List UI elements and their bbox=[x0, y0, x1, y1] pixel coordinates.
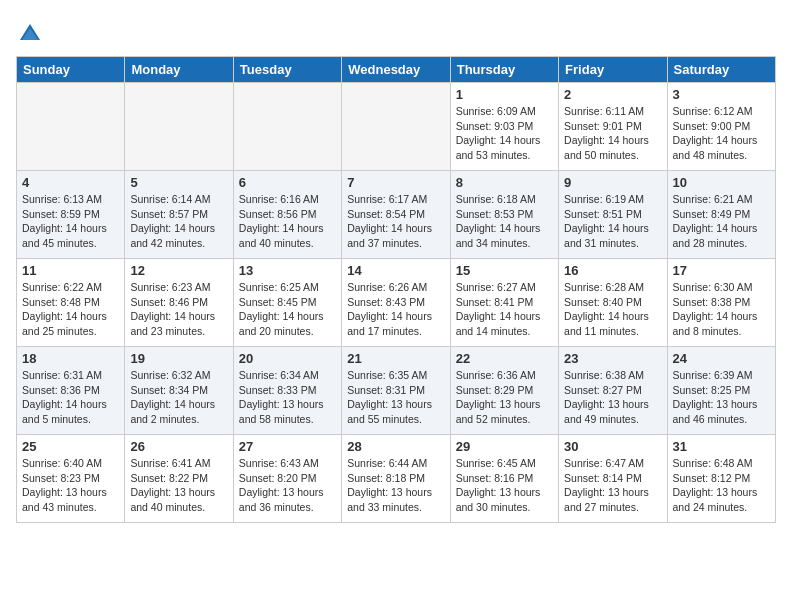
day-number: 10 bbox=[673, 175, 770, 190]
calendar-cell: 2Sunrise: 6:11 AM Sunset: 9:01 PM Daylig… bbox=[559, 83, 667, 171]
calendar-week-3: 11Sunrise: 6:22 AM Sunset: 8:48 PM Dayli… bbox=[17, 259, 776, 347]
day-info: Sunrise: 6:34 AM Sunset: 8:33 PM Dayligh… bbox=[239, 368, 336, 427]
day-info: Sunrise: 6:41 AM Sunset: 8:22 PM Dayligh… bbox=[130, 456, 227, 515]
calendar-week-2: 4Sunrise: 6:13 AM Sunset: 8:59 PM Daylig… bbox=[17, 171, 776, 259]
calendar-cell: 12Sunrise: 6:23 AM Sunset: 8:46 PM Dayli… bbox=[125, 259, 233, 347]
day-info: Sunrise: 6:12 AM Sunset: 9:00 PM Dayligh… bbox=[673, 104, 770, 163]
day-info: Sunrise: 6:35 AM Sunset: 8:31 PM Dayligh… bbox=[347, 368, 444, 427]
day-number: 14 bbox=[347, 263, 444, 278]
day-number: 18 bbox=[22, 351, 119, 366]
day-number: 1 bbox=[456, 87, 553, 102]
calendar-cell: 3Sunrise: 6:12 AM Sunset: 9:00 PM Daylig… bbox=[667, 83, 775, 171]
day-number: 22 bbox=[456, 351, 553, 366]
calendar-cell: 13Sunrise: 6:25 AM Sunset: 8:45 PM Dayli… bbox=[233, 259, 341, 347]
day-info: Sunrise: 6:36 AM Sunset: 8:29 PM Dayligh… bbox=[456, 368, 553, 427]
day-info: Sunrise: 6:18 AM Sunset: 8:53 PM Dayligh… bbox=[456, 192, 553, 251]
day-number: 9 bbox=[564, 175, 661, 190]
day-info: Sunrise: 6:39 AM Sunset: 8:25 PM Dayligh… bbox=[673, 368, 770, 427]
calendar-cell: 22Sunrise: 6:36 AM Sunset: 8:29 PM Dayli… bbox=[450, 347, 558, 435]
logo bbox=[16, 20, 48, 48]
calendar-cell: 8Sunrise: 6:18 AM Sunset: 8:53 PM Daylig… bbox=[450, 171, 558, 259]
day-number: 11 bbox=[22, 263, 119, 278]
day-number: 2 bbox=[564, 87, 661, 102]
day-info: Sunrise: 6:26 AM Sunset: 8:43 PM Dayligh… bbox=[347, 280, 444, 339]
header-day-sunday: Sunday bbox=[17, 57, 125, 83]
calendar-cell: 18Sunrise: 6:31 AM Sunset: 8:36 PM Dayli… bbox=[17, 347, 125, 435]
calendar-cell: 6Sunrise: 6:16 AM Sunset: 8:56 PM Daylig… bbox=[233, 171, 341, 259]
day-number: 7 bbox=[347, 175, 444, 190]
calendar-cell: 31Sunrise: 6:48 AM Sunset: 8:12 PM Dayli… bbox=[667, 435, 775, 523]
day-number: 29 bbox=[456, 439, 553, 454]
day-number: 4 bbox=[22, 175, 119, 190]
calendar-week-1: 1Sunrise: 6:09 AM Sunset: 9:03 PM Daylig… bbox=[17, 83, 776, 171]
day-number: 6 bbox=[239, 175, 336, 190]
day-number: 15 bbox=[456, 263, 553, 278]
calendar-cell: 28Sunrise: 6:44 AM Sunset: 8:18 PM Dayli… bbox=[342, 435, 450, 523]
day-info: Sunrise: 6:45 AM Sunset: 8:16 PM Dayligh… bbox=[456, 456, 553, 515]
calendar-week-4: 18Sunrise: 6:31 AM Sunset: 8:36 PM Dayli… bbox=[17, 347, 776, 435]
calendar-cell: 23Sunrise: 6:38 AM Sunset: 8:27 PM Dayli… bbox=[559, 347, 667, 435]
day-number: 27 bbox=[239, 439, 336, 454]
calendar-cell: 25Sunrise: 6:40 AM Sunset: 8:23 PM Dayli… bbox=[17, 435, 125, 523]
day-info: Sunrise: 6:14 AM Sunset: 8:57 PM Dayligh… bbox=[130, 192, 227, 251]
day-number: 19 bbox=[130, 351, 227, 366]
calendar-cell: 1Sunrise: 6:09 AM Sunset: 9:03 PM Daylig… bbox=[450, 83, 558, 171]
calendar-week-5: 25Sunrise: 6:40 AM Sunset: 8:23 PM Dayli… bbox=[17, 435, 776, 523]
day-info: Sunrise: 6:23 AM Sunset: 8:46 PM Dayligh… bbox=[130, 280, 227, 339]
day-number: 16 bbox=[564, 263, 661, 278]
day-info: Sunrise: 6:09 AM Sunset: 9:03 PM Dayligh… bbox=[456, 104, 553, 163]
calendar-cell: 11Sunrise: 6:22 AM Sunset: 8:48 PM Dayli… bbox=[17, 259, 125, 347]
calendar-header-row: SundayMondayTuesdayWednesdayThursdayFrid… bbox=[17, 57, 776, 83]
calendar-cell: 15Sunrise: 6:27 AM Sunset: 8:41 PM Dayli… bbox=[450, 259, 558, 347]
day-info: Sunrise: 6:38 AM Sunset: 8:27 PM Dayligh… bbox=[564, 368, 661, 427]
calendar-cell: 14Sunrise: 6:26 AM Sunset: 8:43 PM Dayli… bbox=[342, 259, 450, 347]
header-day-monday: Monday bbox=[125, 57, 233, 83]
day-info: Sunrise: 6:19 AM Sunset: 8:51 PM Dayligh… bbox=[564, 192, 661, 251]
day-info: Sunrise: 6:16 AM Sunset: 8:56 PM Dayligh… bbox=[239, 192, 336, 251]
day-info: Sunrise: 6:40 AM Sunset: 8:23 PM Dayligh… bbox=[22, 456, 119, 515]
day-info: Sunrise: 6:22 AM Sunset: 8:48 PM Dayligh… bbox=[22, 280, 119, 339]
header-day-tuesday: Tuesday bbox=[233, 57, 341, 83]
day-info: Sunrise: 6:30 AM Sunset: 8:38 PM Dayligh… bbox=[673, 280, 770, 339]
day-info: Sunrise: 6:17 AM Sunset: 8:54 PM Dayligh… bbox=[347, 192, 444, 251]
day-number: 12 bbox=[130, 263, 227, 278]
calendar-cell: 19Sunrise: 6:32 AM Sunset: 8:34 PM Dayli… bbox=[125, 347, 233, 435]
day-number: 8 bbox=[456, 175, 553, 190]
calendar-cell: 21Sunrise: 6:35 AM Sunset: 8:31 PM Dayli… bbox=[342, 347, 450, 435]
day-info: Sunrise: 6:28 AM Sunset: 8:40 PM Dayligh… bbox=[564, 280, 661, 339]
day-number: 28 bbox=[347, 439, 444, 454]
day-info: Sunrise: 6:43 AM Sunset: 8:20 PM Dayligh… bbox=[239, 456, 336, 515]
calendar-cell: 20Sunrise: 6:34 AM Sunset: 8:33 PM Dayli… bbox=[233, 347, 341, 435]
day-number: 13 bbox=[239, 263, 336, 278]
header-day-wednesday: Wednesday bbox=[342, 57, 450, 83]
day-number: 24 bbox=[673, 351, 770, 366]
calendar-cell: 9Sunrise: 6:19 AM Sunset: 8:51 PM Daylig… bbox=[559, 171, 667, 259]
day-info: Sunrise: 6:47 AM Sunset: 8:14 PM Dayligh… bbox=[564, 456, 661, 515]
day-number: 26 bbox=[130, 439, 227, 454]
day-info: Sunrise: 6:25 AM Sunset: 8:45 PM Dayligh… bbox=[239, 280, 336, 339]
calendar-cell: 30Sunrise: 6:47 AM Sunset: 8:14 PM Dayli… bbox=[559, 435, 667, 523]
calendar-cell bbox=[125, 83, 233, 171]
day-info: Sunrise: 6:32 AM Sunset: 8:34 PM Dayligh… bbox=[130, 368, 227, 427]
calendar-cell bbox=[342, 83, 450, 171]
calendar-cell: 26Sunrise: 6:41 AM Sunset: 8:22 PM Dayli… bbox=[125, 435, 233, 523]
logo-icon bbox=[16, 20, 44, 48]
calendar-cell bbox=[17, 83, 125, 171]
day-number: 20 bbox=[239, 351, 336, 366]
header-day-thursday: Thursday bbox=[450, 57, 558, 83]
day-info: Sunrise: 6:48 AM Sunset: 8:12 PM Dayligh… bbox=[673, 456, 770, 515]
calendar-cell: 16Sunrise: 6:28 AM Sunset: 8:40 PM Dayli… bbox=[559, 259, 667, 347]
day-number: 23 bbox=[564, 351, 661, 366]
calendar-cell: 27Sunrise: 6:43 AM Sunset: 8:20 PM Dayli… bbox=[233, 435, 341, 523]
calendar-cell bbox=[233, 83, 341, 171]
day-info: Sunrise: 6:31 AM Sunset: 8:36 PM Dayligh… bbox=[22, 368, 119, 427]
calendar-cell: 4Sunrise: 6:13 AM Sunset: 8:59 PM Daylig… bbox=[17, 171, 125, 259]
header-day-saturday: Saturday bbox=[667, 57, 775, 83]
day-number: 5 bbox=[130, 175, 227, 190]
header bbox=[16, 16, 776, 48]
header-day-friday: Friday bbox=[559, 57, 667, 83]
day-number: 31 bbox=[673, 439, 770, 454]
calendar-cell: 5Sunrise: 6:14 AM Sunset: 8:57 PM Daylig… bbox=[125, 171, 233, 259]
calendar-cell: 29Sunrise: 6:45 AM Sunset: 8:16 PM Dayli… bbox=[450, 435, 558, 523]
calendar-cell: 17Sunrise: 6:30 AM Sunset: 8:38 PM Dayli… bbox=[667, 259, 775, 347]
